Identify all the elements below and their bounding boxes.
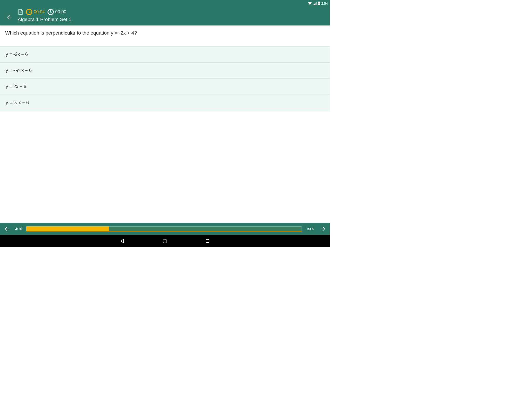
clock-icon <box>26 9 32 15</box>
svg-point-5 <box>163 239 167 243</box>
document-icon <box>18 9 23 15</box>
answer-option[interactable]: y = - ½ x − 6 <box>0 62 330 78</box>
answer-options: y = -2x − 6 y = - ½ x − 6 y = 2x − 6 y =… <box>0 46 330 111</box>
progress-fill <box>26 227 109 231</box>
back-button[interactable] <box>4 12 15 22</box>
android-back-button[interactable] <box>119 238 125 244</box>
progress-percent: 30% <box>306 227 315 231</box>
total-timer: 00:00 <box>48 9 66 15</box>
android-nav-bar <box>0 235 330 247</box>
android-home-button[interactable] <box>162 238 168 244</box>
answer-option[interactable]: y = -2x − 6 <box>0 46 330 62</box>
status-icons <box>308 1 320 5</box>
bottom-progress-bar: 4/10 30% <box>0 223 330 235</box>
elapsed-timer-value: 00:04 <box>34 9 45 15</box>
prev-question-button[interactable] <box>3 225 11 233</box>
elapsed-timer: 00:04 <box>26 9 45 15</box>
android-recents-button[interactable] <box>204 238 211 244</box>
app-bar: 00:04 00:00 Algebra 1 Problem Set 1 <box>0 7 330 25</box>
android-status-bar: 2:54 <box>0 0 330 7</box>
next-question-button[interactable] <box>319 225 327 233</box>
svg-rect-6 <box>206 240 209 243</box>
cell-signal-icon <box>313 2 317 5</box>
answer-option[interactable]: y = ½ x − 6 <box>0 95 330 111</box>
wifi-icon <box>308 2 312 5</box>
progress-track <box>26 226 302 231</box>
answer-option[interactable]: y = 2x − 6 <box>0 78 330 95</box>
svg-rect-1 <box>318 1 319 2</box>
question-counter: 4/10 <box>15 227 22 231</box>
clock-icon <box>48 9 54 15</box>
battery-icon <box>318 1 320 5</box>
status-time: 2:54 <box>321 2 328 5</box>
total-timer-value: 00:00 <box>55 9 66 15</box>
timers-row: 00:04 00:00 <box>18 9 71 15</box>
page-title: Algebra 1 Problem Set 1 <box>18 17 71 22</box>
question-text: Which equation is perpendicular to the e… <box>0 25 330 46</box>
